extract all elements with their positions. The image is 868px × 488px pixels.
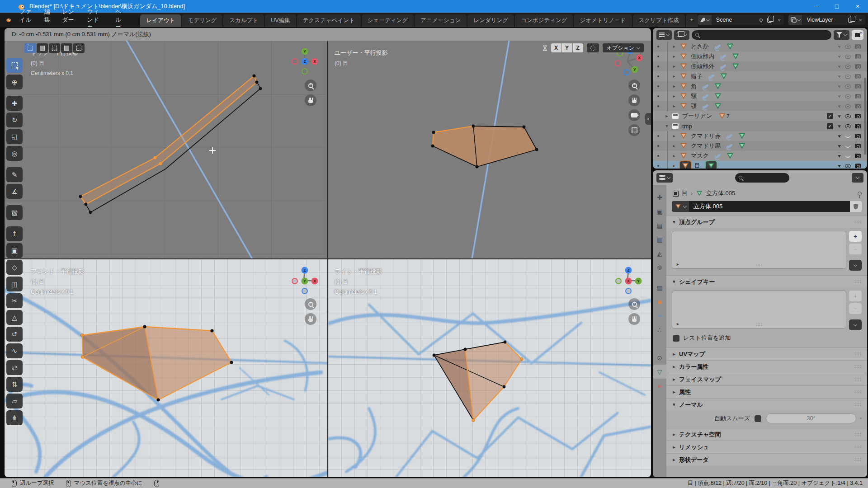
expand-icon[interactable]: ►	[668, 144, 680, 148]
region-collapse-icon[interactable]: ‹	[645, 113, 651, 125]
section-header[interactable]: ►UVマップ∷∷	[666, 348, 867, 360]
hide-eye-icon[interactable]	[845, 55, 851, 59]
spin-tool[interactable]: ↺	[6, 327, 23, 342]
selectable-icon[interactable]: ➤	[836, 73, 842, 80]
render-camera-icon[interactable]	[855, 124, 861, 128]
properties-tab-view-layer[interactable]: ▥	[653, 232, 666, 246]
filter-id-type-dropdown[interactable]	[674, 30, 689, 40]
selectable-icon[interactable]: ➤	[836, 163, 842, 169]
empty-list[interactable]: ►∷∷	[672, 291, 846, 328]
decorator-dot-icon[interactable]	[860, 418, 862, 419]
select-new-button[interactable]	[24, 43, 36, 53]
zoom-icon[interactable]	[305, 80, 316, 91]
filter-dropdown[interactable]	[834, 30, 849, 40]
object-name[interactable]: クマドリ赤	[691, 132, 721, 140]
nav-gizmo-icon[interactable]: ZXY	[290, 266, 319, 295]
pin-icon[interactable]	[760, 19, 763, 22]
add-item-button[interactable]: +	[849, 231, 862, 242]
object-name[interactable]: クマドリ黒	[691, 142, 721, 150]
outliner-object-とさか[interactable]: ►とさか➤	[653, 42, 867, 52]
hide-eye-icon[interactable]	[845, 164, 851, 168]
properties-tab-collection[interactable]: ▦	[653, 281, 666, 295]
outliner-object-角[interactable]: ►角➤	[653, 81, 867, 91]
outliner-object-クマドリ黒[interactable]: ►クマドリ黒➤	[653, 141, 867, 151]
viewport-quad-front[interactable]: フロント・平行投影 (0) 目 Centimeters x 0.1 ZXY	[5, 259, 328, 477]
properties-tab-world[interactable]: ⊚	[653, 260, 666, 274]
select-subtract-button[interactable]	[49, 43, 60, 53]
collection-name[interactable]: ブーリアン	[682, 112, 712, 120]
zoom-icon[interactable]	[628, 298, 640, 310]
resize-grip-icon[interactable]: ∷∷	[756, 322, 762, 327]
selectable-icon[interactable]: ➤	[836, 43, 842, 50]
bevel-tool[interactable]: ◇	[6, 260, 23, 275]
expand-icon[interactable]: ►	[668, 154, 680, 158]
unlink-scene-icon[interactable]: ×	[774, 17, 784, 23]
properties-tab-physics[interactable]: ◌	[653, 337, 666, 351]
selectable-icon[interactable]: ➤	[836, 123, 842, 129]
select-invert-button[interactable]	[61, 43, 72, 53]
selectable-icon[interactable]: ➤	[836, 143, 842, 149]
section-header[interactable]: ▼ノーマル∷∷	[666, 399, 867, 411]
shrink-fatten-tool[interactable]: ⇅	[6, 377, 23, 392]
render-camera-icon[interactable]	[855, 94, 861, 99]
knife-tool[interactable]: ✂	[6, 293, 23, 308]
breadcrumb-object[interactable]: 目	[682, 189, 688, 197]
quad-view[interactable]: トップ・平行投影 (0) 目 Centimeters x 0.1 YXZ	[5, 41, 651, 477]
cursor-tool[interactable]: ⊕	[6, 75, 23, 89]
grid-ortho-icon[interactable]	[628, 124, 640, 136]
camera-view-icon[interactable]	[628, 109, 640, 121]
measure-tool[interactable]: ∡	[6, 184, 23, 199]
viewport-quad-top[interactable]: トップ・平行投影 (0) 目 Centimeters x 0.1 YXZ	[5, 41, 328, 259]
workspace-tab[interactable]: アニメーション	[415, 14, 467, 27]
properties-tab-tool[interactable]: ✚	[653, 190, 666, 204]
move-tool[interactable]: ✚	[6, 96, 23, 111]
view-layer-browse-icon[interactable]	[788, 15, 802, 25]
auto-smooth-checkbox[interactable]	[755, 415, 761, 422]
properties-search[interactable]	[735, 173, 789, 183]
hide-eye-closed-icon[interactable]	[845, 145, 851, 148]
section-header[interactable]: ►カラー属性∷∷	[666, 361, 867, 373]
section-header[interactable]: ►テクスチャ空間∷∷	[666, 428, 867, 441]
checkbox-icon[interactable]: ✓	[827, 123, 833, 129]
outliner-object-側頭部内[interactable]: ►側頭部内➤	[653, 52, 867, 61]
hide-eye-icon[interactable]	[845, 114, 851, 118]
viewport-quad-user[interactable]: ユーザー・平行投影 (0) 目 ZXY	[328, 41, 651, 259]
properties-tab-scene[interactable]: ◭	[653, 246, 666, 260]
object-name[interactable]: 顎	[691, 102, 697, 110]
object-name[interactable]: 目	[694, 162, 700, 169]
selectable-icon[interactable]: ➤	[836, 153, 842, 159]
expand-icon[interactable]: ►	[668, 74, 680, 79]
render-camera-icon[interactable]	[855, 134, 861, 138]
selectable-icon[interactable]: ➤	[836, 63, 842, 70]
workspace-tab[interactable]: テクスチャペイント	[297, 14, 361, 27]
outliner-object-側頭部外[interactable]: ►側頭部外➤	[653, 61, 867, 71]
new-view-layer-icon[interactable]	[848, 18, 853, 23]
selectable-icon[interactable]: ➤	[836, 93, 842, 99]
edge-slide-tool[interactable]: ⇄	[6, 360, 23, 375]
add-item-button[interactable]: +	[849, 291, 862, 301]
maximize-button[interactable]: □	[826, 0, 847, 13]
expand-icon[interactable]: ►	[662, 114, 672, 118]
pan-hand-icon[interactable]	[305, 94, 316, 106]
breadcrumb-data[interactable]: 立方体.005	[706, 189, 735, 197]
outliner-collection-tmp[interactable]: ▼tmp✓➤	[653, 121, 867, 131]
viewport-quad-right[interactable]: ライト・平行投影 (0) 目 Centimeters x 0.1 ZYX	[328, 259, 651, 477]
render-camera-icon[interactable]	[855, 74, 861, 79]
section-header[interactable]: ►形状データ∷∷	[666, 454, 867, 466]
expand-icon[interactable]: ►	[668, 44, 680, 49]
properties-tab-constraints[interactable]: ⊙	[653, 351, 666, 365]
pan-hand-icon[interactable]	[628, 313, 640, 325]
outliner-search[interactable]	[692, 30, 831, 40]
add-cube-tool[interactable]: ▧	[6, 205, 23, 220]
rip-region-tool[interactable]: ⋔	[6, 410, 23, 425]
hide-eye-icon[interactable]	[845, 75, 851, 79]
remove-view-layer-icon[interactable]: ×	[855, 17, 865, 23]
selectable-icon[interactable]: ➤	[836, 133, 842, 139]
minimize-button[interactable]: –	[806, 0, 826, 13]
selectable-icon[interactable]: ➤	[836, 53, 842, 60]
section-header[interactable]: ►属性∷∷	[666, 386, 867, 398]
poly-build-tool[interactable]: △	[6, 310, 23, 325]
fake-user-button[interactable]	[850, 201, 862, 212]
render-camera-icon[interactable]	[855, 54, 861, 59]
loop-cut-tool[interactable]: ◫	[6, 277, 23, 291]
